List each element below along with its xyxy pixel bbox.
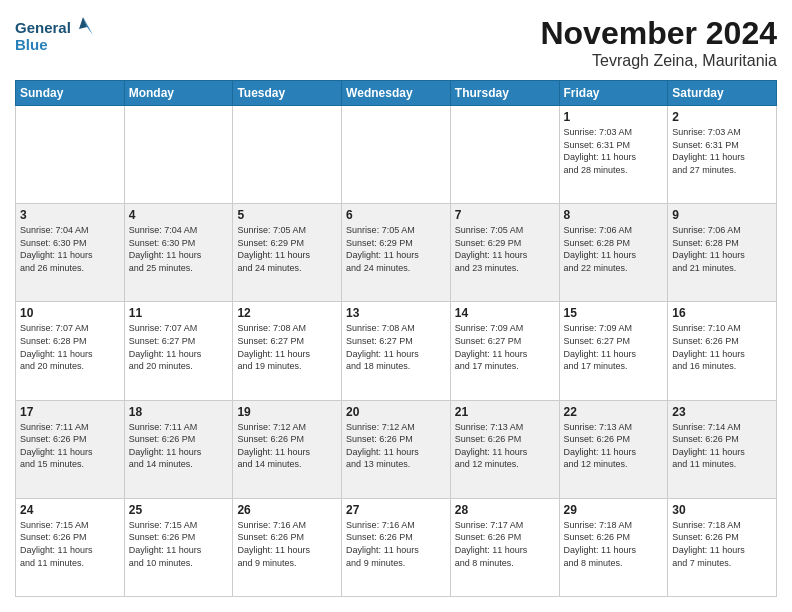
calendar-cell: 30Sunrise: 7:18 AM Sunset: 6:26 PM Dayli…: [668, 498, 777, 596]
title-block: November 2024 Tevragh Zeina, Mauritania: [540, 15, 777, 70]
day-number: 24: [20, 503, 120, 517]
calendar-cell: 1Sunrise: 7:03 AM Sunset: 6:31 PM Daylig…: [559, 106, 668, 204]
day-number: 20: [346, 405, 446, 419]
week-row-3: 17Sunrise: 7:11 AM Sunset: 6:26 PM Dayli…: [16, 400, 777, 498]
day-info: Sunrise: 7:12 AM Sunset: 6:26 PM Dayligh…: [346, 421, 446, 471]
day-info: Sunrise: 7:18 AM Sunset: 6:26 PM Dayligh…: [672, 519, 772, 569]
page: General Blue November 2024 Tevragh Zeina…: [0, 0, 792, 612]
day-info: Sunrise: 7:09 AM Sunset: 6:27 PM Dayligh…: [455, 322, 555, 372]
week-row-1: 3Sunrise: 7:04 AM Sunset: 6:30 PM Daylig…: [16, 204, 777, 302]
weekday-sunday: Sunday: [16, 81, 125, 106]
calendar-cell: 16Sunrise: 7:10 AM Sunset: 6:26 PM Dayli…: [668, 302, 777, 400]
day-info: Sunrise: 7:13 AM Sunset: 6:26 PM Dayligh…: [564, 421, 664, 471]
day-info: Sunrise: 7:18 AM Sunset: 6:26 PM Dayligh…: [564, 519, 664, 569]
day-number: 30: [672, 503, 772, 517]
calendar-cell: 8Sunrise: 7:06 AM Sunset: 6:28 PM Daylig…: [559, 204, 668, 302]
calendar-cell: 11Sunrise: 7:07 AM Sunset: 6:27 PM Dayli…: [124, 302, 233, 400]
day-info: Sunrise: 7:03 AM Sunset: 6:31 PM Dayligh…: [672, 126, 772, 176]
calendar-cell: 25Sunrise: 7:15 AM Sunset: 6:26 PM Dayli…: [124, 498, 233, 596]
day-info: Sunrise: 7:06 AM Sunset: 6:28 PM Dayligh…: [564, 224, 664, 274]
day-info: Sunrise: 7:05 AM Sunset: 6:29 PM Dayligh…: [455, 224, 555, 274]
calendar-cell: 15Sunrise: 7:09 AM Sunset: 6:27 PM Dayli…: [559, 302, 668, 400]
day-number: 26: [237, 503, 337, 517]
day-number: 1: [564, 110, 664, 124]
location: Tevragh Zeina, Mauritania: [540, 52, 777, 70]
calendar-cell: 4Sunrise: 7:04 AM Sunset: 6:30 PM Daylig…: [124, 204, 233, 302]
week-row-0: 1Sunrise: 7:03 AM Sunset: 6:31 PM Daylig…: [16, 106, 777, 204]
calendar-cell: 19Sunrise: 7:12 AM Sunset: 6:26 PM Dayli…: [233, 400, 342, 498]
weekday-saturday: Saturday: [668, 81, 777, 106]
calendar-cell: 28Sunrise: 7:17 AM Sunset: 6:26 PM Dayli…: [450, 498, 559, 596]
calendar-cell: 20Sunrise: 7:12 AM Sunset: 6:26 PM Dayli…: [342, 400, 451, 498]
day-info: Sunrise: 7:16 AM Sunset: 6:26 PM Dayligh…: [346, 519, 446, 569]
day-number: 10: [20, 306, 120, 320]
calendar-cell: 27Sunrise: 7:16 AM Sunset: 6:26 PM Dayli…: [342, 498, 451, 596]
day-info: Sunrise: 7:05 AM Sunset: 6:29 PM Dayligh…: [346, 224, 446, 274]
weekday-thursday: Thursday: [450, 81, 559, 106]
day-info: Sunrise: 7:04 AM Sunset: 6:30 PM Dayligh…: [20, 224, 120, 274]
calendar-cell: 3Sunrise: 7:04 AM Sunset: 6:30 PM Daylig…: [16, 204, 125, 302]
day-info: Sunrise: 7:04 AM Sunset: 6:30 PM Dayligh…: [129, 224, 229, 274]
svg-text:Blue: Blue: [15, 36, 48, 53]
day-info: Sunrise: 7:15 AM Sunset: 6:26 PM Dayligh…: [129, 519, 229, 569]
calendar-cell: 6Sunrise: 7:05 AM Sunset: 6:29 PM Daylig…: [342, 204, 451, 302]
day-number: 2: [672, 110, 772, 124]
day-info: Sunrise: 7:06 AM Sunset: 6:28 PM Dayligh…: [672, 224, 772, 274]
calendar-cell: 13Sunrise: 7:08 AM Sunset: 6:27 PM Dayli…: [342, 302, 451, 400]
logo-svg: General Blue: [15, 15, 95, 55]
day-info: Sunrise: 7:03 AM Sunset: 6:31 PM Dayligh…: [564, 126, 664, 176]
day-number: 18: [129, 405, 229, 419]
day-info: Sunrise: 7:16 AM Sunset: 6:26 PM Dayligh…: [237, 519, 337, 569]
day-number: 12: [237, 306, 337, 320]
weekday-header-row: SundayMondayTuesdayWednesdayThursdayFrid…: [16, 81, 777, 106]
weekday-tuesday: Tuesday: [233, 81, 342, 106]
day-info: Sunrise: 7:15 AM Sunset: 6:26 PM Dayligh…: [20, 519, 120, 569]
calendar-table: SundayMondayTuesdayWednesdayThursdayFrid…: [15, 80, 777, 597]
day-number: 7: [455, 208, 555, 222]
calendar-cell: [124, 106, 233, 204]
calendar-cell: [233, 106, 342, 204]
day-info: Sunrise: 7:07 AM Sunset: 6:27 PM Dayligh…: [129, 322, 229, 372]
week-row-4: 24Sunrise: 7:15 AM Sunset: 6:26 PM Dayli…: [16, 498, 777, 596]
calendar-cell: 10Sunrise: 7:07 AM Sunset: 6:28 PM Dayli…: [16, 302, 125, 400]
calendar-cell: 22Sunrise: 7:13 AM Sunset: 6:26 PM Dayli…: [559, 400, 668, 498]
day-number: 14: [455, 306, 555, 320]
day-number: 23: [672, 405, 772, 419]
day-number: 13: [346, 306, 446, 320]
calendar-cell: 21Sunrise: 7:13 AM Sunset: 6:26 PM Dayli…: [450, 400, 559, 498]
day-info: Sunrise: 7:08 AM Sunset: 6:27 PM Dayligh…: [237, 322, 337, 372]
day-number: 28: [455, 503, 555, 517]
calendar-cell: [450, 106, 559, 204]
day-number: 16: [672, 306, 772, 320]
calendar-cell: 17Sunrise: 7:11 AM Sunset: 6:26 PM Dayli…: [16, 400, 125, 498]
calendar-cell: 24Sunrise: 7:15 AM Sunset: 6:26 PM Dayli…: [16, 498, 125, 596]
day-number: 19: [237, 405, 337, 419]
day-info: Sunrise: 7:10 AM Sunset: 6:26 PM Dayligh…: [672, 322, 772, 372]
day-info: Sunrise: 7:12 AM Sunset: 6:26 PM Dayligh…: [237, 421, 337, 471]
weekday-friday: Friday: [559, 81, 668, 106]
day-number: 17: [20, 405, 120, 419]
day-info: Sunrise: 7:11 AM Sunset: 6:26 PM Dayligh…: [20, 421, 120, 471]
calendar-cell: 29Sunrise: 7:18 AM Sunset: 6:26 PM Dayli…: [559, 498, 668, 596]
day-info: Sunrise: 7:09 AM Sunset: 6:27 PM Dayligh…: [564, 322, 664, 372]
header: General Blue November 2024 Tevragh Zeina…: [15, 15, 777, 70]
day-info: Sunrise: 7:14 AM Sunset: 6:26 PM Dayligh…: [672, 421, 772, 471]
day-number: 22: [564, 405, 664, 419]
day-info: Sunrise: 7:05 AM Sunset: 6:29 PM Dayligh…: [237, 224, 337, 274]
day-info: Sunrise: 7:08 AM Sunset: 6:27 PM Dayligh…: [346, 322, 446, 372]
day-number: 15: [564, 306, 664, 320]
logo: General Blue: [15, 15, 95, 55]
calendar-cell: 9Sunrise: 7:06 AM Sunset: 6:28 PM Daylig…: [668, 204, 777, 302]
calendar-cell: 7Sunrise: 7:05 AM Sunset: 6:29 PM Daylig…: [450, 204, 559, 302]
day-number: 3: [20, 208, 120, 222]
week-row-2: 10Sunrise: 7:07 AM Sunset: 6:28 PM Dayli…: [16, 302, 777, 400]
day-number: 9: [672, 208, 772, 222]
day-number: 4: [129, 208, 229, 222]
calendar-cell: [16, 106, 125, 204]
day-info: Sunrise: 7:07 AM Sunset: 6:28 PM Dayligh…: [20, 322, 120, 372]
weekday-wednesday: Wednesday: [342, 81, 451, 106]
calendar-cell: 2Sunrise: 7:03 AM Sunset: 6:31 PM Daylig…: [668, 106, 777, 204]
day-number: 6: [346, 208, 446, 222]
calendar-cell: 14Sunrise: 7:09 AM Sunset: 6:27 PM Dayli…: [450, 302, 559, 400]
weekday-monday: Monday: [124, 81, 233, 106]
